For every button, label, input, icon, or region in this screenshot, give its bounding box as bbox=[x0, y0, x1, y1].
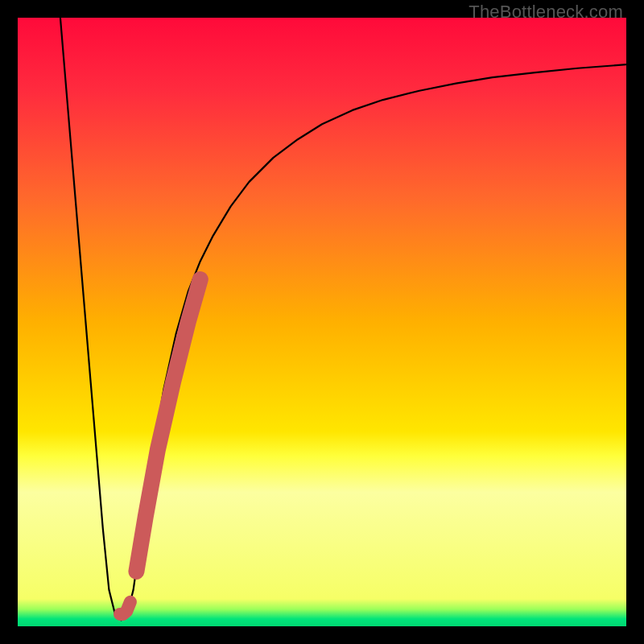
highlight-segment-rise bbox=[136, 279, 200, 572]
plot-area bbox=[18, 18, 626, 626]
highlight-segment-low bbox=[120, 602, 130, 614]
watermark-text: TheBottleneck.com bbox=[469, 2, 623, 23]
chart-frame: TheBottleneck.com bbox=[0, 0, 644, 644]
curve-layer bbox=[18, 18, 626, 626]
